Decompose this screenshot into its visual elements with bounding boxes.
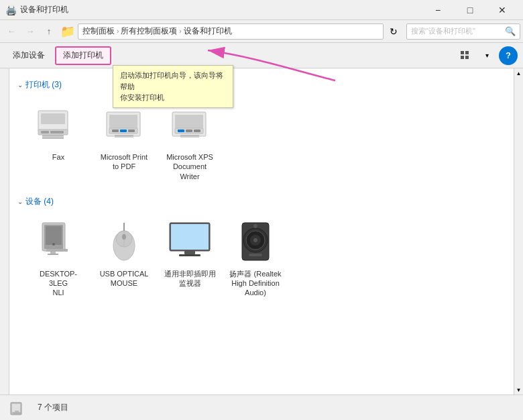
svg-rect-31 bbox=[46, 249, 68, 252]
device-item-ms-xps[interactable]: Microsoft XPSDocumentWriter bbox=[160, 97, 220, 185]
devices-grid: DESKTOP-3LEGNLI USB OPTICALMOUSE bbox=[17, 214, 506, 302]
separator-1: › bbox=[117, 28, 119, 35]
svg-rect-26 bbox=[180, 135, 199, 136]
monitor-icon bbox=[166, 218, 214, 266]
right-scrollbar: ▲ ▼ bbox=[514, 68, 523, 395]
printers-section-header: ⌄ 打印机 (3) bbox=[17, 79, 506, 91]
tooltip-line2: 你安装打印机 bbox=[120, 92, 226, 103]
svg-rect-16 bbox=[120, 129, 127, 132]
printers-chevron[interactable]: ⌄ bbox=[17, 81, 23, 89]
window-title: 设备和打印机 bbox=[20, 4, 422, 15]
address-path[interactable]: 控制面板 › 所有控制面板项 › 设备和打印机 bbox=[78, 23, 384, 40]
add-printer-button[interactable]: 添加打印机 bbox=[55, 46, 111, 65]
svg-rect-17 bbox=[128, 129, 135, 132]
add-device-button[interactable]: 添加设备 bbox=[5, 46, 52, 65]
forward-button[interactable]: → bbox=[21, 23, 39, 40]
svg-rect-5 bbox=[41, 113, 65, 124]
devices-section-header: ⌄ 设备 (4) bbox=[17, 196, 506, 207]
device-item-ms-print-pdf[interactable]: Microsoft Printto PDF bbox=[94, 97, 154, 185]
toolbar: 添加设备 添加打印机 ▾ ? bbox=[0, 43, 523, 68]
minimize-button[interactable]: − bbox=[422, 0, 453, 20]
tooltip-line1: 启动添加打印机向导，该向导将帮助 bbox=[120, 70, 226, 92]
path-part-1: 控制面板 bbox=[82, 25, 115, 37]
ms-print-pdf-label: Microsoft Printto PDF bbox=[101, 152, 148, 172]
svg-rect-21 bbox=[175, 115, 203, 128]
sidebar-panel bbox=[0, 68, 9, 395]
printers-grid: Fax Microsoft Printto PDF bbox=[17, 97, 506, 185]
svg-rect-54 bbox=[15, 411, 19, 413]
ms-print-pdf-icon bbox=[100, 101, 148, 150]
speaker-label: 扬声器 (RealtekHigh DefinitionAudio) bbox=[229, 269, 281, 298]
status-icon bbox=[8, 396, 32, 420]
content-area: ⌄ 打印机 (3) Fax bbox=[9, 68, 514, 395]
desktop-icon bbox=[34, 218, 82, 266]
svg-point-38 bbox=[122, 234, 126, 240]
path-part-3: 设备和打印机 bbox=[184, 25, 232, 37]
devices-title: 设备 (4) bbox=[25, 196, 54, 207]
svg-rect-1 bbox=[465, 51, 469, 54]
scroll-up-button[interactable]: ▲ bbox=[514, 68, 524, 78]
view-button[interactable] bbox=[456, 46, 475, 65]
maximize-button[interactable]: □ bbox=[455, 0, 485, 20]
svg-rect-19 bbox=[115, 136, 133, 138]
title-bar: 🖨️ 设备和打印机 − □ ✕ bbox=[0, 0, 523, 20]
svg-point-32 bbox=[52, 243, 55, 246]
up-button[interactable]: ↑ bbox=[40, 23, 58, 40]
device-item-fax[interactable]: Fax bbox=[28, 97, 89, 185]
scroll-down-button[interactable]: ▼ bbox=[514, 385, 524, 395]
svg-rect-43 bbox=[184, 251, 195, 254]
fax-label: Fax bbox=[52, 152, 64, 162]
svg-rect-13 bbox=[109, 115, 137, 128]
devices-chevron[interactable]: ⌄ bbox=[17, 198, 23, 205]
svg-rect-25 bbox=[194, 129, 200, 132]
window-icon: 🖨️ bbox=[5, 5, 16, 15]
usb-mouse-icon bbox=[100, 218, 148, 266]
monitor-label: 通用非即插即用监视器 bbox=[164, 269, 216, 288]
search-icon: 🔍 bbox=[505, 26, 516, 36]
refresh-button[interactable]: ↻ bbox=[385, 23, 402, 40]
address-bar: ← → ↑ 📁 控制面板 › 所有控制面板项 › 设备和打印机 ↻ 搜索"设备和… bbox=[0, 20, 523, 43]
svg-rect-33 bbox=[50, 252, 56, 254]
svg-rect-55 bbox=[13, 413, 21, 414]
svg-rect-30 bbox=[46, 226, 62, 245]
tooltip-box: 启动添加打印机向导，该向导将帮助 你安装打印机 bbox=[113, 65, 233, 108]
printers-title: 打印机 (3) bbox=[25, 79, 62, 91]
desktop-label: DESKTOP-3LEGNLI bbox=[32, 269, 84, 298]
svg-rect-15 bbox=[112, 129, 119, 132]
fax-icon bbox=[34, 101, 82, 150]
svg-rect-27 bbox=[180, 136, 199, 138]
device-item-usb-mouse[interactable]: USB OPTICALMOUSE bbox=[94, 214, 154, 302]
svg-rect-10 bbox=[42, 136, 64, 138]
help-button[interactable]: ? bbox=[499, 46, 518, 65]
svg-rect-0 bbox=[461, 51, 464, 54]
svg-rect-2 bbox=[461, 56, 464, 59]
device-item-speaker[interactable]: 扬声器 (RealtekHigh DefinitionAudio) bbox=[225, 214, 286, 302]
location-icon: 📁 bbox=[60, 24, 75, 39]
device-item-desktop[interactable]: DESKTOP-3LEGNLI bbox=[28, 214, 89, 302]
svg-rect-24 bbox=[186, 129, 192, 132]
separator-2: › bbox=[179, 28, 181, 35]
main-area: ⌄ 打印机 (3) Fax bbox=[0, 68, 523, 395]
svg-rect-23 bbox=[178, 129, 184, 132]
speaker-icon bbox=[231, 218, 280, 266]
svg-point-50 bbox=[253, 224, 257, 228]
svg-rect-8 bbox=[50, 131, 64, 134]
svg-rect-34 bbox=[48, 254, 58, 255]
path-part-2: 所有控制面板项 bbox=[121, 25, 177, 37]
back-button[interactable]: ← bbox=[3, 23, 20, 40]
status-count: 7 个项目 bbox=[38, 402, 68, 413]
svg-rect-18 bbox=[115, 135, 133, 136]
svg-rect-42 bbox=[171, 224, 209, 250]
view-dropdown-button[interactable]: ▾ bbox=[477, 46, 496, 65]
window-controls: − □ ✕ bbox=[422, 0, 518, 20]
svg-rect-44 bbox=[179, 254, 200, 256]
device-item-monitor[interactable]: 通用非即插即用监视器 bbox=[160, 214, 220, 302]
ms-xps-label: Microsoft XPSDocumentWriter bbox=[166, 152, 213, 181]
close-button[interactable]: ✕ bbox=[487, 0, 518, 20]
search-placeholder: 搜索"设备和打印机" bbox=[411, 26, 475, 36]
search-box[interactable]: 搜索"设备和打印机" 🔍 bbox=[406, 23, 520, 40]
svg-rect-11 bbox=[42, 138, 64, 139]
ms-xps-icon bbox=[166, 101, 214, 150]
usb-mouse-label: USB OPTICALMOUSE bbox=[100, 269, 149, 288]
svg-point-49 bbox=[253, 238, 257, 242]
